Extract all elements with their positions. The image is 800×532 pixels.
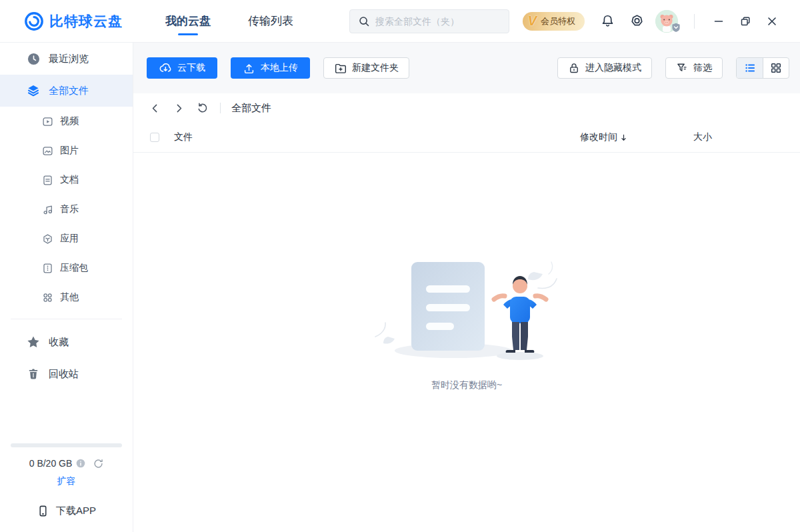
empty-state-message: 暂时没有数据哟~ (431, 379, 502, 391)
download-app-label: 下载APP (56, 505, 96, 517)
search-icon (358, 15, 370, 27)
sidebar-item-recycle-bin[interactable]: 回收站 (0, 358, 133, 390)
sidebar-item-label: 压缩包 (60, 262, 88, 274)
cloud-download-button[interactable]: 云下载 (147, 57, 217, 79)
refresh-button[interactable] (196, 101, 209, 115)
vip-privilege-badge[interactable]: V 会员特权 (523, 12, 585, 31)
main-tabs: 我的云盘 传输列表 (165, 0, 293, 42)
breadcrumb-current[interactable]: 全部文件 (231, 102, 271, 115)
vip-v-icon: V (528, 13, 537, 29)
logo-icon (24, 11, 44, 31)
sidebar-item-images[interactable]: 图片 (0, 136, 133, 165)
storage-section: 0 B/20 GB 扩容 (0, 443, 133, 487)
sidebar-item-label: 文档 (60, 174, 79, 186)
nav-back-button[interactable] (148, 101, 161, 115)
sidebar-item-label: 图片 (60, 145, 79, 157)
select-all-checkbox[interactable] (150, 133, 159, 142)
refresh-storage-icon[interactable] (93, 459, 103, 469)
view-toggle (736, 57, 789, 79)
music-icon (41, 203, 53, 215)
list-view-button[interactable] (737, 58, 763, 78)
sidebar-item-label: 音乐 (60, 203, 79, 215)
close-button[interactable] (760, 9, 784, 33)
vip-label: 会员特权 (541, 15, 575, 27)
sidebar-item-label: 回收站 (49, 368, 79, 381)
sidebar-item-recent[interactable]: 最近浏览 (0, 43, 133, 75)
local-upload-button[interactable]: 本地上传 (231, 57, 310, 79)
sidebar-item-archives[interactable]: 压缩包 (0, 253, 133, 283)
zip-icon (41, 262, 53, 274)
search-input[interactable] (375, 16, 501, 27)
image-icon (41, 145, 53, 157)
other-files-icon (41, 291, 53, 303)
logo-text: 比特球云盘 (49, 12, 123, 31)
column-modified-time-label: 修改时间 (580, 131, 617, 143)
main-content: 云下载 本地上传 (133, 43, 800, 532)
upload-icon (243, 62, 255, 75)
top-right-actions: V 会员特权 (523, 9, 784, 33)
sidebar-item-documents[interactable]: 文档 (0, 165, 133, 195)
local-upload-label: 本地上传 (261, 62, 298, 74)
document-icon (41, 174, 53, 186)
hidden-mode-label: 进入隐藏模式 (585, 62, 641, 74)
close-icon (767, 16, 777, 27)
info-icon[interactable] (76, 459, 85, 468)
sidebar-spacer (0, 390, 133, 443)
empty-illustration (363, 258, 570, 365)
breadcrumb-divider (220, 103, 221, 113)
search-box[interactable] (349, 9, 509, 33)
sidebar-item-others[interactable]: 其他 (0, 283, 133, 312)
sidebar-item-all-files[interactable]: 全部文件 (0, 75, 133, 107)
grid-view-icon (770, 62, 782, 74)
top-bar: 比特球云盘 我的云盘 传输列表 V 会员特权 (0, 0, 800, 43)
cloud-download-label: 云下载 (177, 62, 205, 74)
sidebar-item-apps[interactable]: 应用 (0, 224, 133, 253)
sidebar-item-music[interactable]: 音乐 (0, 195, 133, 224)
sidebar-item-videos[interactable]: 视频 (0, 107, 133, 136)
sidebar-divider (11, 319, 122, 319)
notifications-button[interactable] (595, 9, 619, 33)
tab-my-drive[interactable]: 我的云盘 (165, 0, 211, 42)
expand-storage-link[interactable]: 扩容 (57, 475, 76, 487)
column-size[interactable]: 大小 (693, 131, 800, 143)
nav-forward-button[interactable] (172, 101, 185, 115)
grid-view-button[interactable] (763, 58, 789, 78)
sidebar-item-label: 应用 (60, 233, 79, 245)
sidebar-item-label: 收藏 (49, 336, 69, 349)
phone-icon (37, 505, 49, 517)
filter-icon (676, 62, 688, 74)
empty-state: 暂时没有数据哟~ (133, 153, 800, 532)
column-modified-time[interactable]: 修改时间 (580, 131, 693, 143)
app-box-icon (41, 233, 53, 245)
bell-icon (601, 14, 615, 28)
toolbar: 云下载 本地上传 (133, 43, 800, 93)
star-icon (27, 335, 40, 349)
hidden-mode-button[interactable]: 进入隐藏模式 (557, 57, 652, 79)
tab-transfer-list[interactable]: 传输列表 (248, 0, 293, 42)
breadcrumb-bar: 全部文件 (133, 93, 800, 123)
minimize-button[interactable] (707, 9, 731, 33)
gear-icon (630, 14, 644, 28)
user-avatar[interactable] (655, 10, 678, 33)
column-file[interactable]: 文件 (174, 131, 580, 143)
sidebar-item-label: 最近浏览 (49, 53, 89, 65)
download-app-button[interactable]: 下载APP (0, 505, 133, 517)
settings-button[interactable] (625, 9, 649, 33)
sidebar-item-favorites[interactable]: 收藏 (0, 326, 133, 358)
cloud-download-icon (159, 61, 172, 75)
app-window: 比特球云盘 我的云盘 传输列表 V 会员特权 (0, 0, 800, 532)
folder-plus-icon (334, 62, 347, 75)
minimize-icon (713, 16, 724, 27)
avatar-level-badge (671, 23, 681, 35)
new-folder-button[interactable]: 新建文件夹 (323, 57, 409, 79)
restore-button[interactable] (733, 9, 757, 33)
lock-icon (568, 62, 580, 74)
list-view-icon (744, 62, 756, 74)
sidebar: 最近浏览 全部文件 (0, 43, 133, 532)
filter-button[interactable]: 筛选 (665, 57, 723, 79)
header-divider (694, 14, 695, 29)
video-icon (41, 115, 53, 127)
clock-icon (27, 52, 40, 65)
filter-label: 筛选 (693, 62, 712, 74)
file-table-header: 文件 修改时间 大小 (133, 123, 800, 153)
